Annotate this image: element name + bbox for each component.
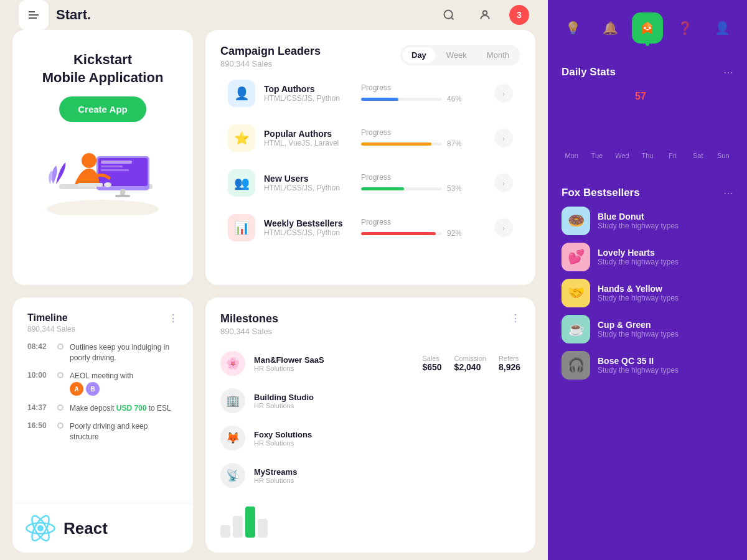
notification-badge[interactable]: 3 <box>509 5 529 25</box>
bestseller-sub: Study the highway types <box>598 258 679 266</box>
progress-bar-bg <box>361 98 442 101</box>
daily-stats-chart: 57 Mon Tue Wed Thu Fri Sat Sun <box>561 91 733 172</box>
svg-point-15 <box>82 153 96 168</box>
milestone-bar <box>245 506 255 538</box>
tab-day[interactable]: Day <box>403 47 435 63</box>
chart-bar-item: Fri <box>662 149 683 159</box>
bestseller-item[interactable]: 🎧 Bose QC 35 II Study the highway types <box>561 351 733 380</box>
bestseller-item[interactable]: 🤝 Hands & Yellow Study the highway types <box>561 279 733 307</box>
svg-point-6 <box>47 200 159 215</box>
campaign-info: Weekly Bestsellers HTML/CSS/JS, Python <box>264 218 352 237</box>
kickstart-card: Kickstart Mobile Application Create App <box>12 30 193 285</box>
campaign-tech: HTML, VueJS, Laravel <box>264 139 352 147</box>
daily-stats-menu[interactable]: ⋯ <box>723 67 733 78</box>
campaign-row: 📊 Weekly Bestsellers HTML/CSS/JS, Python… <box>220 208 520 248</box>
campaign-progress: Progress 46% <box>361 83 486 103</box>
svg-point-27 <box>649 27 651 29</box>
progress-bar-bg <box>361 187 442 190</box>
svg-rect-12 <box>101 169 129 171</box>
campaign-arrow[interactable]: › <box>494 129 513 147</box>
fox-bestsellers-menu[interactable]: ⋯ <box>723 187 733 199</box>
campaign-row: 👥 New Users HTML/CSS/JS, Python Progress… <box>220 163 520 203</box>
milestone-row: 🏢 Building Studio HR Solutions <box>220 382 520 419</box>
progress-bar-wrap: 46% <box>361 95 486 103</box>
sidebar-nav-icon[interactable] <box>632 12 663 44</box>
chart-bar-day: Mon <box>565 152 578 159</box>
sidebar-nav-icon[interactable]: ❓ <box>669 12 700 44</box>
sidebar-topnav: 💡🔔❓👤 <box>548 0 747 56</box>
timeline-menu-icon[interactable]: ⋮ <box>168 312 178 324</box>
sidebar-nav-icon[interactable]: 🔔 <box>594 12 626 44</box>
bestseller-item[interactable]: 💕 Lovely Hearts Study the highway types <box>561 243 733 271</box>
sidebar-nav-icon[interactable]: 💡 <box>557 12 588 44</box>
progress-bar-bg <box>361 232 442 235</box>
svg-point-17 <box>104 182 111 187</box>
timeline-title: Timeline <box>27 312 178 324</box>
bestseller-name: Hands & Yellow <box>598 284 679 294</box>
timeline-text: Outlines keep you indulging in poorly dr… <box>70 342 178 363</box>
timeline-dot <box>57 372 63 378</box>
campaign-arrow[interactable]: › <box>494 174 513 192</box>
chart-peak-value: 57 <box>635 91 646 102</box>
search-icon[interactable] <box>437 3 461 27</box>
milestone-row: 🌸 Man&Flower SaaS HR Solutions Sales $65… <box>220 345 520 382</box>
progress-label: Progress <box>361 83 486 92</box>
progress-bar-wrap: 92% <box>361 229 486 238</box>
campaign-arrow[interactable]: › <box>494 84 513 103</box>
react-badge: React <box>12 504 193 553</box>
milestone-bar <box>220 525 230 538</box>
bestseller-sub: Study the highway types <box>598 294 679 302</box>
milestone-row: 📡 MyStreams HR Solutions <box>220 457 520 494</box>
kickstart-illustration <box>40 128 165 215</box>
svg-rect-10 <box>101 161 132 164</box>
fox-bestsellers-title: Fox Bestsellers <box>561 187 640 199</box>
header: Start. 3 <box>0 0 548 30</box>
campaign-card: Campaign Leaders 890,344 Sales Day Week … <box>205 30 535 285</box>
milestone-info: Man&Flower SaaS HR Solutions <box>254 355 413 372</box>
chart-bar-day: Wed <box>615 152 629 159</box>
campaign-arrow[interactable]: › <box>494 218 513 237</box>
progress-bar-wrap: 87% <box>361 139 486 148</box>
progress-bar-fill <box>361 187 404 190</box>
progress-bar-bg <box>361 142 442 146</box>
bestseller-item[interactable]: ☕ Cup & Green Study the highway types <box>561 315 733 343</box>
milestone-icon: 📡 <box>220 463 245 488</box>
svg-point-5 <box>483 11 487 15</box>
react-logo <box>25 513 56 544</box>
user-icon[interactable] <box>473 3 497 27</box>
campaign-info: Top Authors HTML/CSS/JS, Python <box>264 84 352 103</box>
milestones-chart <box>220 500 520 538</box>
sidebar-nav-icon[interactable]: 👤 <box>707 12 738 44</box>
milestone-name: Man&Flower SaaS <box>254 355 413 365</box>
milestone-name: Foxy Solutions <box>254 430 520 439</box>
timeline-dot <box>57 343 63 350</box>
progress-bar-fill <box>361 232 436 235</box>
timeline-dot <box>57 422 63 429</box>
campaign-row: 👤 Top Authors HTML/CSS/JS, Python Progre… <box>220 73 520 113</box>
chart-bar-item: Thu <box>637 149 658 159</box>
svg-line-4 <box>451 17 454 20</box>
timeline-item: 16:50 Poorly driving and keep structure <box>27 421 178 442</box>
bestseller-item[interactable]: 🍩 Blue Donut Study the highway types <box>561 207 733 235</box>
tab-week[interactable]: Week <box>438 47 476 63</box>
milestone-info: Building Studio HR Solutions <box>254 393 520 409</box>
daily-stats-header: Daily Stats ⋯ <box>561 66 733 78</box>
campaign-row: ⭐ Popular Authors HTML, VueJS, Laravel P… <box>220 118 520 158</box>
campaign-progress: Progress 87% <box>361 128 486 148</box>
milestone-sub: HR Solutions <box>254 402 520 409</box>
bestseller-info: Blue Donut Study the highway types <box>598 212 679 230</box>
fox-bestsellers-header: Fox Bestsellers ⋯ <box>561 187 733 199</box>
create-app-button[interactable]: Create App <box>59 96 146 122</box>
campaign-icon: 👥 <box>228 169 255 197</box>
tab-month[interactable]: Month <box>478 47 518 63</box>
svg-point-26 <box>644 27 646 29</box>
app-title: Start. <box>56 7 91 23</box>
timeline-text: AEOL meeting with AB <box>70 371 133 396</box>
milestones-menu-icon[interactable]: ⋮ <box>510 312 520 324</box>
timeline-time: 10:00 <box>27 371 51 380</box>
milestone-icon: 🌸 <box>220 351 245 376</box>
svg-point-18 <box>37 525 44 531</box>
bestseller-thumb: 🤝 <box>561 279 590 307</box>
campaign-tech: HTML/CSS/JS, Python <box>264 94 352 103</box>
period-tabs: Day Week Month <box>400 45 520 65</box>
